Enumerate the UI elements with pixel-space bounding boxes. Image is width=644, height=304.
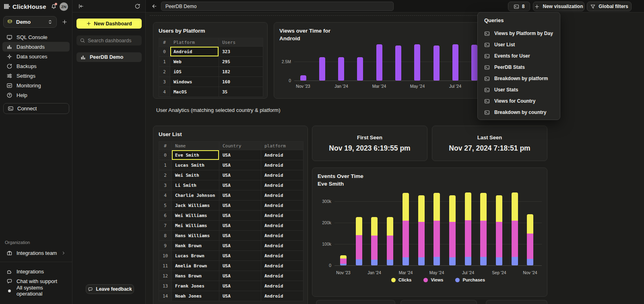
user-list-cell[interactable]: 13 <box>159 281 172 291</box>
users-by-platform-cell[interactable]: 0 <box>159 47 170 57</box>
sidebar-item-dashboards[interactable]: Dashboards <box>2 42 70 52</box>
bar-oct-24-views[interactable] <box>512 221 518 257</box>
user-list-cell[interactable]: 1 <box>159 160 172 170</box>
user-list-cell[interactable]: Android <box>261 251 303 261</box>
user-list-cell[interactable]: 5 <box>159 201 172 211</box>
user-list-cell[interactable]: Android <box>261 190 303 201</box>
new-dashboard-button[interactable]: New Dashboard <box>76 19 142 29</box>
bar-feb-24-clicks[interactable] <box>387 217 393 236</box>
users-by-platform-cell[interactable]: 160 <box>219 77 263 87</box>
users-by-platform-cell[interactable]: 3 <box>159 77 170 87</box>
users-by-platform-cell[interactable]: Android <box>170 47 219 57</box>
bar-nov-24-views[interactable] <box>527 234 533 259</box>
bar-dec-23-clicks[interactable] <box>356 217 362 235</box>
bar-feb-24-views[interactable] <box>387 236 393 260</box>
user-list-cell[interactable]: 6 <box>159 211 172 221</box>
bar-mar-24-views[interactable] <box>402 221 409 257</box>
user-list-cell[interactable]: 11 <box>159 261 172 271</box>
back-button[interactable] <box>151 3 157 9</box>
bar-jan-24-purchases[interactable] <box>371 260 378 265</box>
user-list-cell[interactable]: 8 <box>159 231 172 241</box>
bar-mar-24-clicks[interactable] <box>402 193 409 221</box>
users-by-platform-cell[interactable]: MacOS <box>170 87 219 97</box>
users-by-platform-cell[interactable]: 182 <box>219 67 263 77</box>
user-list-cell[interactable]: 9 <box>159 241 172 251</box>
user-list-cell[interactable]: USA <box>219 241 261 251</box>
bar-nov-23-clicks[interactable] <box>340 255 347 259</box>
users-by-platform-cell[interactable]: 1 <box>159 57 170 67</box>
bar-jun-24-clicks[interactable] <box>449 195 456 222</box>
leave-feedback-button[interactable]: Leave feedback <box>86 284 134 294</box>
user-list-cell[interactable]: USA <box>219 231 261 241</box>
bar-jun-24[interactable] <box>433 45 440 81</box>
users-by-platform-cell[interactable]: 295 <box>219 57 263 67</box>
user-list-cell[interactable]: Android <box>261 241 303 251</box>
sidebar-item-monitoring[interactable]: Monitoring <box>2 81 70 90</box>
user-list-cell[interactable]: Android <box>261 201 303 211</box>
bar-jan-24-views[interactable] <box>371 236 378 260</box>
query-item-breakdown-by-country[interactable]: Breakdown by country <box>484 107 557 118</box>
legend-item-purchases[interactable]: Purchases <box>455 277 485 282</box>
user-list-cell[interactable]: Charlie Johnson <box>172 190 219 201</box>
users-by-platform-cell[interactable]: Windows <box>170 77 219 87</box>
user-list-cell[interactable]: Android <box>261 160 303 170</box>
bar-feb-24-purchases[interactable] <box>387 260 393 265</box>
user-list-cell[interactable]: 14 <box>159 291 172 301</box>
user-list-cell[interactable]: USA <box>219 271 261 281</box>
user-list-cell[interactable]: Android <box>261 150 303 160</box>
user-list-cell[interactable]: Android <box>261 271 303 281</box>
user-list-cell[interactable]: Wei Williams <box>172 211 219 221</box>
query-item-breakdown-by-platform[interactable]: Breakdown by platform <box>484 73 557 84</box>
user-list-cell[interactable]: USA <box>219 180 261 190</box>
user-list-cell[interactable]: Eve Smith <box>172 150 219 160</box>
user-list-cell[interactable]: Android <box>261 231 303 241</box>
user-list-cell[interactable]: USA <box>219 160 261 170</box>
user-avatar[interactable]: ZN <box>60 2 68 11</box>
bar-apr-24-views[interactable] <box>418 222 425 257</box>
bar-may-24-views[interactable] <box>433 221 440 257</box>
bar-jul-24-views[interactable] <box>465 220 471 257</box>
query-item-peerdb-stats[interactable]: PeerDB Stats <box>484 62 557 73</box>
user-list-cell[interactable]: USA <box>219 201 261 211</box>
users-by-platform-cell[interactable]: 35 <box>219 87 263 97</box>
user-list-cell[interactable]: Lucas Brown <box>172 251 219 261</box>
user-list-cell[interactable]: Android <box>261 291 303 301</box>
bar-aug-24-purchases[interactable] <box>480 257 487 265</box>
queries-count-button[interactable]: 8 <box>508 2 530 11</box>
bar-feb-24[interactable] <box>357 57 363 81</box>
user-list-cell[interactable]: Lucas Smith <box>172 160 219 170</box>
user-list-cell[interactable]: USA <box>219 221 261 231</box>
user-list-cell[interactable]: Hans Williams <box>172 231 219 241</box>
users-by-platform-cell[interactable]: 2 <box>159 67 170 77</box>
sidebar-item-help[interactable]: Help <box>2 90 70 100</box>
bar-mar-24[interactable] <box>376 44 382 81</box>
user-list-cell[interactable]: USA <box>219 251 261 261</box>
bar-jul-24[interactable] <box>452 44 458 81</box>
refresh-icon[interactable] <box>134 3 140 9</box>
user-list-cell[interactable]: Frank Jones <box>172 281 219 291</box>
user-list-cell[interactable]: Hans Brown <box>172 271 219 281</box>
user-list-cell[interactable]: Li Smith <box>172 180 219 190</box>
user-list-cell[interactable]: 2 <box>159 170 172 180</box>
user-list-cell[interactable]: Mei Williams <box>172 221 219 231</box>
query-item-events-for-user[interactable]: Events for User <box>484 50 557 62</box>
bar-nov-24-clicks[interactable] <box>527 214 533 234</box>
query-item-views-for-country[interactable]: Views for Country <box>484 95 557 107</box>
dashboard-list-item-peerdb-demo[interactable]: PeerDB Demo <box>76 52 142 62</box>
sidebar-item-all-systems-operational[interactable]: All systems operational <box>2 286 70 296</box>
bar-aug-24-clicks[interactable] <box>480 193 487 221</box>
bar-nov-23-purchases[interactable] <box>340 264 347 265</box>
user-list-cell[interactable]: Android <box>261 180 303 190</box>
collapse-sidebar-icon[interactable] <box>78 3 84 9</box>
sidebar-item-sql-console[interactable]: SQL Console <box>2 32 70 42</box>
connect-button[interactable]: Connect <box>3 103 69 114</box>
user-list-cell[interactable]: Android <box>261 211 303 221</box>
bar-sep-24-purchases[interactable] <box>496 257 502 265</box>
bar-jan-24[interactable] <box>338 57 344 81</box>
bar-aug-24[interactable] <box>471 45 477 81</box>
user-list-cell[interactable]: Noah Jones <box>172 291 219 301</box>
add-workspace-button[interactable] <box>60 18 69 27</box>
bar-nov-24-purchases[interactable] <box>527 259 533 265</box>
legend-item-clicks[interactable]: Clicks <box>391 277 411 282</box>
workspace-select[interactable]: Demo <box>3 16 57 28</box>
